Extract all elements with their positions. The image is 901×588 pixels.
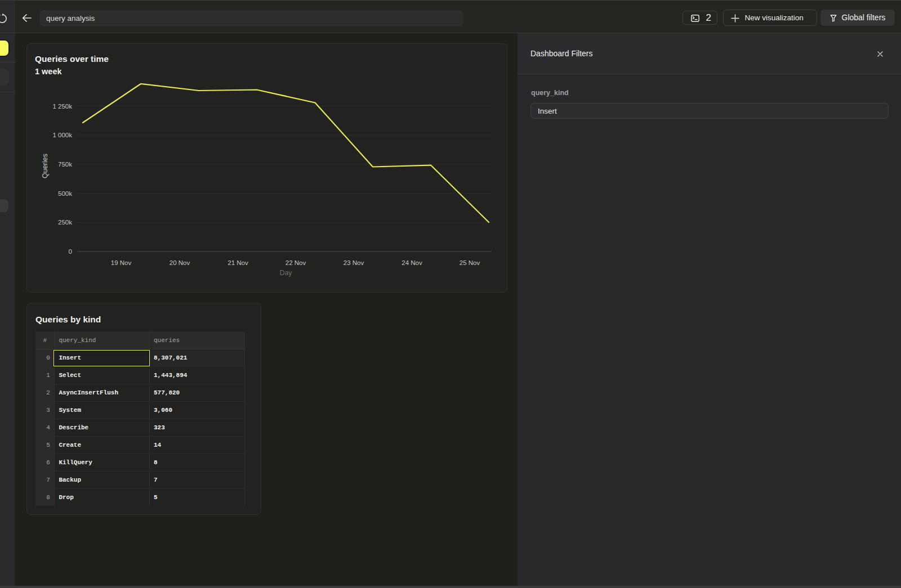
svg-text:20 Nov: 20 Nov <box>170 259 190 266</box>
svg-text:1 000k: 1 000k <box>52 132 72 138</box>
svg-text:23 Nov: 23 Nov <box>344 259 364 266</box>
svg-text:22 Nov: 22 Nov <box>286 259 306 266</box>
svg-text:1 250k: 1 250k <box>52 103 72 110</box>
svg-text:24 Nov: 24 Nov <box>402 259 422 266</box>
svg-text:250k: 250k <box>58 219 72 226</box>
svg-text:25 Nov: 25 Nov <box>460 259 480 266</box>
svg-text:750k: 750k <box>58 161 72 168</box>
svg-text:0: 0 <box>69 248 72 255</box>
svg-text:19 Nov: 19 Nov <box>111 259 132 266</box>
svg-text:Queries: Queries <box>41 154 49 178</box>
svg-text:21 Nov: 21 Nov <box>228 259 248 266</box>
svg-text:Day: Day <box>279 269 292 277</box>
svg-text:500k: 500k <box>58 190 72 197</box>
